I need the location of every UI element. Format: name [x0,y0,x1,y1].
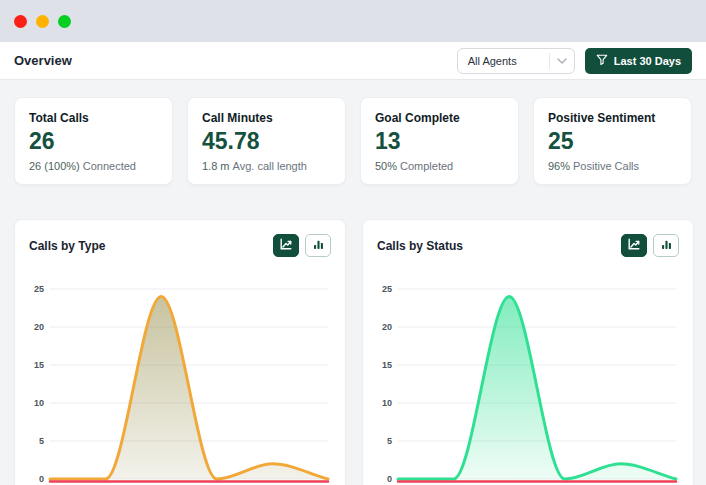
line-chart-icon [279,237,293,254]
svg-text:25: 25 [34,284,44,294]
stat-subtext: 96%Positive Calls [548,160,677,172]
window-titlebar [0,0,706,42]
agents-select-right [549,49,574,73]
svg-text:10: 10 [34,398,44,408]
chart-header: Calls by Status [377,234,679,257]
svg-text:5: 5 [39,436,44,446]
page-title: Overview [14,53,72,68]
svg-text:20: 20 [382,322,392,332]
bar-chart-icon [312,238,325,254]
stat-subtext: 26 (100%)Connected [29,160,158,172]
bar-view-button[interactable] [305,234,331,257]
stat-sub-label: Positive Calls [573,160,639,172]
stat-title: Positive Sentiment [548,111,677,125]
stat-value: 25 [548,129,677,154]
stat-sub-value: 1.8 m [202,160,230,172]
line-view-button[interactable] [621,234,647,257]
charts-row: Calls by Type 0510152025JunJunJunJunJunJ… [14,219,692,485]
agents-select[interactable]: All Agents [457,48,575,74]
y-axis-labels: 0510152025 [34,284,44,484]
bar-chart-icon [660,238,673,254]
stat-subtext: 1.8 mAvg. call length [202,160,331,172]
stat-title: Goal Complete [375,111,504,125]
date-range-filter-button[interactable]: Last 30 Days [585,48,692,74]
page-header: Overview All Agents Last 30 Days [0,42,706,80]
stat-value: 13 [375,129,504,154]
svg-text:15: 15 [382,360,392,370]
y-axis-labels: 0510152025 [382,284,392,484]
chart-card-calls-by-status: Calls by Status 0510152025JunJunJunJunJu… [362,219,694,485]
stats-row: Total Calls 26 26 (100%)Connected Call M… [14,97,692,185]
area-chart-calls-by-status: 0510152025JunJunJunJunJunJun [377,267,679,485]
close-window-button[interactable] [14,15,27,28]
minimize-window-button[interactable] [36,15,49,28]
svg-text:5: 5 [387,436,392,446]
svg-text:25: 25 [382,284,392,294]
stat-sub-value: 26 (100%) [29,160,80,172]
svg-text:15: 15 [34,360,44,370]
bar-view-button[interactable] [653,234,679,257]
stat-sub-label: Avg. call length [233,160,307,172]
chart-card-calls-by-type: Calls by Type 0510152025JunJunJunJunJunJ… [14,219,346,485]
stat-title: Total Calls [29,111,158,125]
agents-select-value: All Agents [468,55,517,67]
chevron-down-icon [550,58,574,64]
stat-card-call-minutes: Call Minutes 45.78 1.8 mAvg. call length [187,97,346,185]
svg-text:20: 20 [34,322,44,332]
stat-value: 26 [29,129,158,154]
header-actions: All Agents Last 30 Days [457,48,692,74]
funnel-icon [596,54,608,68]
chart-title: Calls by Status [377,239,463,253]
stat-title: Call Minutes [202,111,331,125]
chart-header: Calls by Type [29,234,331,257]
stat-card-goal-complete: Goal Complete 13 50%Completed [360,97,519,185]
date-range-filter-label: Last 30 Days [614,55,681,67]
stat-card-total-calls: Total Calls 26 26 (100%)Connected [14,97,173,185]
stat-sub-label: Connected [83,160,136,172]
stat-sub-label: Completed [400,160,453,172]
stat-subtext: 50%Completed [375,160,504,172]
chart-title: Calls by Type [29,239,105,253]
dashboard-content: Total Calls 26 26 (100%)Connected Call M… [0,80,706,485]
svg-text:0: 0 [387,474,392,484]
stat-card-positive-sentiment: Positive Sentiment 25 96%Positive Calls [533,97,692,185]
line-chart-icon [627,237,641,254]
window-controls [14,15,71,28]
svg-text:0: 0 [39,474,44,484]
line-view-button[interactable] [273,234,299,257]
chart-view-toggle [621,234,679,257]
stat-sub-value: 96% [548,160,570,172]
zoom-window-button[interactable] [58,15,71,28]
area-chart-calls-by-type: 0510152025JunJunJunJunJunJun [29,267,331,485]
svg-text:10: 10 [382,398,392,408]
stat-value: 45.78 [202,129,331,154]
chart-view-toggle [273,234,331,257]
stat-sub-value: 50% [375,160,397,172]
